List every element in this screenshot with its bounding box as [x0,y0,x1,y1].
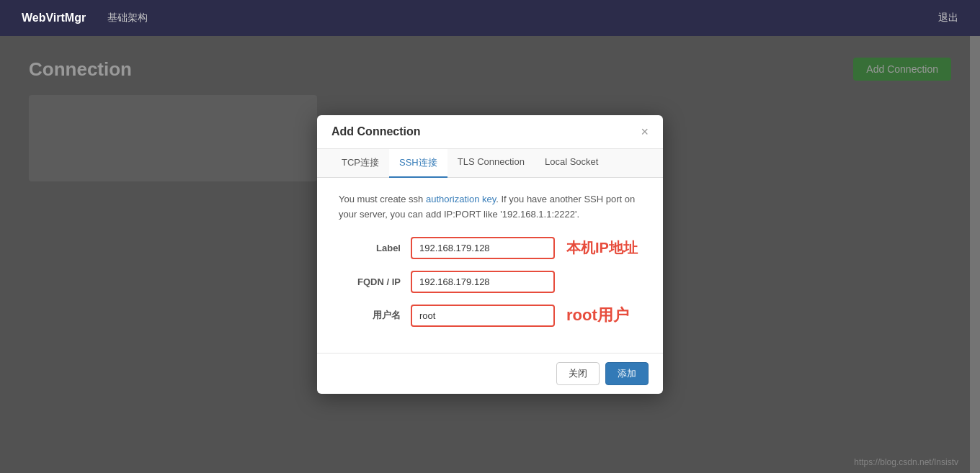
modal-header: Add Connection × [317,115,663,149]
username-form-group: 用户名 root用户 [339,305,641,327]
label-form-group: Label 本机IP地址 [339,237,641,259]
logout-link[interactable]: 退出 [938,12,958,24]
label-field-label: Label [339,243,411,253]
modal-overlay: Add Connection × TCP连接 SSH连接 TLS Connect… [0,36,980,473]
modal-footer: 关闭 添加 [317,353,663,394]
tab-local-socket[interactable]: Local Socket [535,149,608,178]
submit-button[interactable]: 添加 [605,362,649,385]
navbar-brand: WebVirtMgr [22,12,86,24]
fqdn-field-label: FQDN / IP [339,276,411,287]
username-input[interactable] [411,305,555,327]
fqdn-input[interactable] [411,271,555,293]
modal-close-button[interactable]: × [641,125,649,138]
description-text-1: You must create ssh [339,194,426,204]
modal-dialog: Add Connection × TCP连接 SSH连接 TLS Connect… [317,115,663,394]
modal-body: You must create ssh authorization key. I… [317,178,663,353]
authorization-key-link[interactable]: authorization key [426,194,496,204]
navbar: WebVirtMgr 基础架构 退出 [0,0,980,36]
tab-ssh[interactable]: SSH连接 [389,149,447,178]
label-input[interactable] [411,237,555,259]
navbar-left: WebVirtMgr 基础架构 [22,12,148,24]
username-annotation: root用户 [566,305,629,326]
main-content: Connection Add Connection Add Connection… [0,36,980,473]
tab-tcp[interactable]: TCP连接 [331,149,389,178]
tab-tls[interactable]: TLS Connection [447,149,535,178]
fqdn-form-group: FQDN / IP [339,271,641,293]
username-field-label: 用户名 [339,309,411,322]
modal-description: You must create ssh authorization key. I… [339,192,641,222]
navbar-link[interactable]: 基础架构 [107,12,148,24]
modal-tabs: TCP连接 SSH连接 TLS Connection Local Socket [317,149,663,178]
cancel-button[interactable]: 关闭 [556,362,600,385]
modal-title: Add Connection [331,125,421,138]
label-annotation: 本机IP地址 [566,238,638,258]
